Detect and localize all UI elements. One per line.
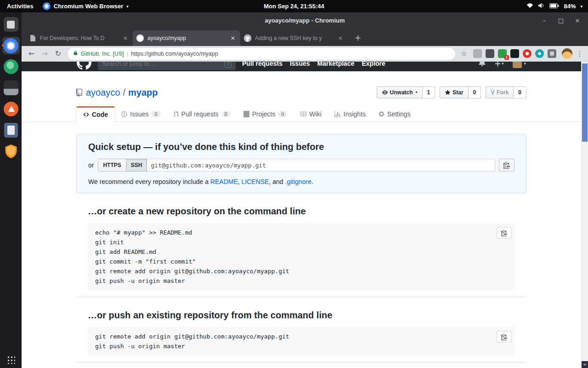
issues-count: 0 (151, 111, 160, 117)
watch-count[interactable]: 1 (423, 86, 435, 98)
system-top-bar: Activities Chromium Web Browser ▾ Mon Se… (0, 0, 588, 12)
close-button[interactable]: × (574, 17, 581, 24)
tab-label: Settings (387, 110, 411, 118)
fork-button[interactable]: Fork (486, 86, 514, 98)
security-chip[interactable]: GitHub, Inc. [US] (81, 51, 124, 57)
browser-tab-developers[interactable]: For Developers: How To D × (25, 30, 133, 46)
chevron-down-icon: ▾ (502, 62, 504, 66)
maximize-button[interactable]: □ (558, 17, 564, 24)
unwatch-button[interactable]: Unwatch ▾ (377, 86, 423, 98)
section-divider (76, 362, 526, 362)
ubuntu-software-icon (4, 102, 18, 116)
dock-item-green-app[interactable] (2, 58, 20, 75)
app-menu-button[interactable]: Chromium Web Browser ▾ (43, 2, 129, 10)
extension-icon-6[interactable] (535, 49, 544, 58)
recommend-sep: , (238, 178, 242, 185)
tab-projects[interactable]: Projects 0 (237, 106, 294, 121)
dock-item-software-updater[interactable] (2, 143, 20, 160)
slash-key-hint: / (225, 62, 232, 68)
pull-requests-count: 0 (221, 111, 231, 117)
extension-icon-7[interactable] (548, 49, 556, 58)
scroll-down-button[interactable] (582, 361, 588, 368)
tab-pull-requests[interactable]: Pull requests 0 (167, 106, 237, 121)
nav-pull-requests[interactable]: Pull requests (242, 62, 283, 67)
document-icon (29, 34, 36, 42)
remote-url-input[interactable] (147, 159, 495, 172)
close-tab-icon[interactable]: × (229, 34, 237, 42)
address-bar[interactable]: GitHub, Inc. [US] | https://github.com/a… (68, 48, 455, 60)
create-new-button[interactable]: ▾ (495, 62, 504, 67)
files-app-icon (4, 17, 18, 32)
quick-setup-title: Quick setup — if you’ve done this kind o… (88, 142, 514, 152)
tab-insights[interactable]: Insights (328, 106, 372, 121)
clock[interactable]: Mon Sep 24, 21:55:44 (264, 3, 324, 10)
nav-explore[interactable]: Explore (362, 62, 385, 67)
repo-name-link[interactable]: myapp (128, 87, 158, 98)
dock-item-chromium[interactable] (2, 37, 20, 54)
dock-item-terminal[interactable] (2, 79, 20, 97)
minimize-button[interactable]: – (541, 17, 548, 24)
window-titlebar[interactable]: ayoayco/myapp - Chromium – □ × (22, 12, 588, 29)
tab-title: Adding a new SSH key to y (255, 35, 333, 41)
copy-code-button[interactable] (497, 227, 511, 239)
tab-wiki[interactable]: Wiki (294, 106, 328, 121)
https-protocol-button[interactable]: HTTPS (98, 159, 126, 172)
fork-count[interactable]: 0 (514, 86, 526, 98)
star-count[interactable]: 0 (469, 86, 481, 98)
extension-icon-2[interactable] (486, 49, 494, 58)
new-tab-button[interactable]: + (351, 31, 364, 44)
tab-code[interactable]: Code (76, 106, 115, 122)
github-search-box[interactable]: / (98, 62, 236, 70)
dock-item-files[interactable] (2, 16, 20, 33)
github-search-input[interactable] (102, 62, 208, 67)
url-text[interactable]: https://github.com/ayoayco/myapp (131, 51, 218, 57)
page-scrollbar[interactable] (581, 62, 588, 368)
terminal-icon (4, 80, 18, 95)
extension-icon-4[interactable] (510, 49, 519, 58)
repo-pagehead: ayoayco / myapp Unwatch ▾ (22, 71, 581, 122)
forward-button[interactable]: → (39, 47, 51, 60)
extension-icon-3[interactable]: 1 (498, 49, 507, 58)
unwatch-label: Unwatch (390, 88, 413, 97)
code-line: git commit -m "first commit" (95, 257, 508, 266)
bookmark-star-icon[interactable]: ☆ (458, 50, 469, 58)
tab-title: For Developers: How To D (40, 35, 118, 41)
wiki-book-icon (300, 111, 306, 117)
show-applications-button[interactable] (6, 355, 15, 364)
browser-tab-ssh-key[interactable]: Adding a new SSH key to y × (240, 30, 348, 46)
dock-item-libreoffice[interactable] (2, 121, 20, 139)
back-button[interactable]: ← (25, 47, 38, 60)
system-indicators[interactable]: 84% ▾ (526, 3, 588, 10)
nav-issues[interactable]: Issues (290, 62, 310, 67)
browser-menu-icon[interactable]: ⋮ (575, 50, 584, 58)
copy-remote-url-button[interactable] (499, 159, 514, 172)
reload-button[interactable]: ↻ (52, 47, 64, 60)
readme-link[interactable]: README (210, 178, 238, 185)
repo-owner-link[interactable]: ayoayco (86, 87, 120, 98)
extension-icon-1[interactable] (473, 49, 482, 58)
user-menu-button[interactable]: ▾ (513, 62, 526, 68)
close-tab-icon[interactable]: × (337, 34, 344, 42)
gitignore-link[interactable]: .gitignore (285, 178, 312, 185)
dock-item-ubuntu-software[interactable] (2, 100, 20, 118)
bell-icon[interactable] (479, 62, 486, 68)
license-link[interactable]: LICENSE (242, 178, 269, 185)
browser-profile-avatar[interactable] (562, 48, 572, 59)
browser-tab-myapp[interactable]: ayoayco/myapp × (133, 30, 240, 46)
existing-repo-section-title: …or push an existing repository from the… (88, 310, 515, 321)
tab-label: Issues (130, 110, 148, 118)
ssh-protocol-button[interactable]: SSH (126, 159, 147, 172)
copy-code-button[interactable] (497, 331, 511, 343)
nav-marketplace[interactable]: Marketplace (317, 62, 355, 67)
extension-badge: 1 (504, 55, 509, 60)
tab-issues[interactable]: Issues 0 (115, 106, 167, 121)
star-button-group: Star 0 (440, 86, 481, 98)
activities-button[interactable]: Activities (7, 3, 34, 10)
star-button[interactable]: Star (440, 86, 468, 98)
close-tab-icon[interactable]: × (122, 34, 129, 42)
section-divider (76, 297, 526, 297)
extension-icon-5[interactable] (523, 49, 531, 58)
scrollbar-thumb[interactable] (582, 63, 588, 142)
github-logo-icon[interactable] (77, 62, 91, 71)
tab-settings[interactable]: Settings (372, 106, 417, 121)
